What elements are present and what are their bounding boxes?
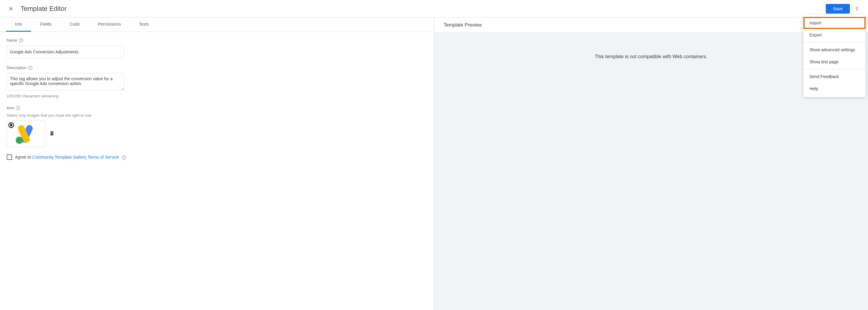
svg-point-5 [10, 124, 12, 126]
gear-reset-icon [8, 122, 14, 128]
help-icon[interactable]: ? [122, 156, 126, 160]
close-icon[interactable] [7, 5, 14, 12]
agree-checkbox[interactable] [7, 154, 12, 160]
menu-feedback[interactable]: Send Feedback [803, 71, 866, 82]
tab-fields[interactable]: Fields [31, 18, 60, 32]
menu-import[interactable]: Import [803, 17, 866, 29]
overflow-menu: Import Export Show advanced settings Sho… [803, 14, 866, 97]
description-hint: 105/200 characters remaining [7, 94, 427, 98]
menu-test-page[interactable]: Show test page [803, 56, 866, 68]
preview-header: Template Preview [434, 18, 868, 33]
terms-link[interactable]: Community Template Gallery Terms of Serv… [32, 155, 119, 160]
tab-info[interactable]: Info [6, 18, 31, 32]
menu-divider [803, 42, 866, 42]
name-field[interactable] [7, 45, 124, 58]
menu-divider [803, 69, 866, 69]
menu-export[interactable]: Export [803, 29, 866, 41]
tabs: Info Fields Code Permissions Tests [0, 18, 434, 32]
svg-point-2 [16, 137, 23, 144]
preview-body: This template is not compatible with Web… [434, 33, 868, 310]
icon-hint: Select only images that you have the rig… [7, 113, 427, 117]
agree-text: Agree to Community Template Gallery Term… [15, 155, 126, 160]
icon-label: Icon [7, 106, 14, 110]
menu-help[interactable]: Help [803, 82, 866, 95]
menu-advanced-settings[interactable]: Show advanced settings [803, 44, 866, 56]
tab-code[interactable]: Code [61, 18, 89, 32]
help-icon[interactable]: ? [28, 66, 32, 70]
description-label: Description [7, 65, 26, 70]
save-button[interactable]: Save [826, 4, 850, 13]
tab-tests[interactable]: Tests [130, 18, 158, 32]
icon-preview[interactable] [7, 120, 45, 147]
page-title: Template Editor [21, 5, 67, 13]
more-menu-button[interactable] [854, 5, 861, 12]
name-label: Name [7, 38, 17, 42]
help-icon[interactable]: ? [16, 106, 20, 110]
description-field[interactable] [7, 73, 124, 91]
help-icon[interactable]: ? [19, 38, 23, 42]
tab-permissions[interactable]: Permissions [89, 18, 130, 32]
delete-icon-button[interactable] [49, 130, 56, 138]
